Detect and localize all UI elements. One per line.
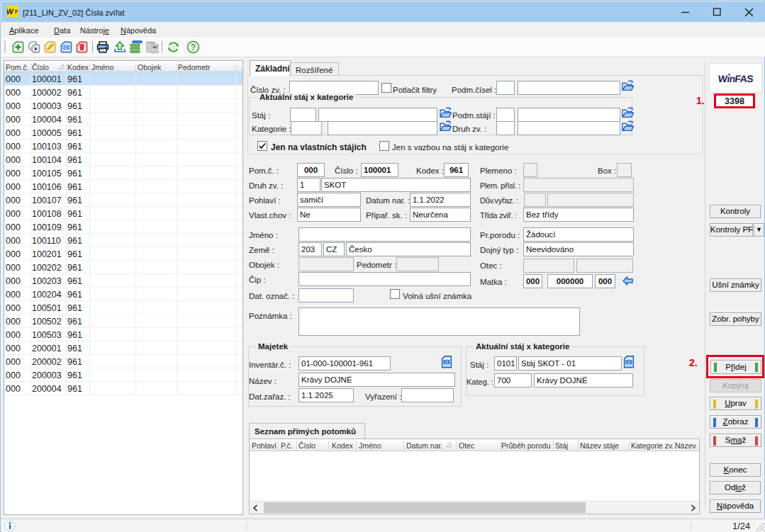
svg-text:F: F — [15, 9, 18, 14]
svg-text:?: ? — [191, 43, 196, 52]
svg-text:W: W — [7, 7, 14, 16]
svg-text:WınFAS: WınFAS — [717, 73, 754, 84]
